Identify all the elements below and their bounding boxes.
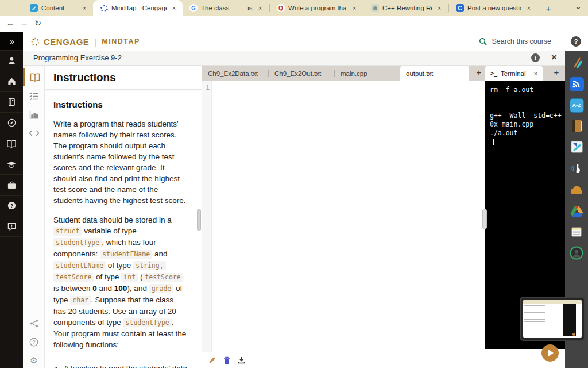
browser-tab-mindtap[interactable]: MindTap - Cengage Learnin × [93, 0, 183, 16]
search-icon [479, 37, 487, 45]
svg-text:?: ? [10, 203, 13, 209]
svg-text:?: ? [33, 339, 36, 345]
checklist-icon[interactable] [23, 86, 45, 105]
chegg-favicon-icon: C [456, 4, 464, 12]
pane-resize-handle[interactable] [482, 209, 487, 229]
screen: Content × MindTap - Cengage Learnin × G … [0, 0, 588, 368]
download-icon[interactable] [238, 356, 245, 364]
expand-rail-icon[interactable]: » [0, 32, 23, 51]
tab-close-icon[interactable]: × [350, 5, 358, 12]
tab-overflow-chevron-icon[interactable]: ⌄ [572, 0, 585, 13]
browser-tab-post-question[interactable]: C Post a new question × [449, 0, 537, 16]
terminal-prompt-icon: >_ [490, 70, 497, 76]
share-icon[interactable] [23, 314, 45, 332]
tab-ch9-ex2out[interactable]: Ch9_Ex2Out.txt [269, 66, 334, 81]
instructions-paragraph-1: Write a program that reads students' nam… [53, 118, 188, 206]
dictation-icon[interactable] [569, 161, 584, 176]
instructions-paragraph-2: Student data should be stored in a struc… [53, 214, 188, 350]
code-icon[interactable] [23, 124, 45, 142]
tab-close-icon[interactable]: × [170, 5, 178, 12]
profile-avatar-icon[interactable] [569, 246, 584, 260]
editor-gutter: 1 [202, 81, 212, 352]
help-circle-icon[interactable]: ? [23, 333, 45, 351]
cengage-star-icon [31, 37, 40, 46]
briefcase-icon[interactable] [0, 175, 23, 195]
notepad-icon[interactable] [569, 139, 584, 154]
feedback-icon[interactable] [0, 216, 23, 237]
browser-tab-google[interactable]: G The class ____ is designed × [183, 0, 269, 16]
instructions-panel-title: Instructions [45, 66, 202, 90]
new-terminal-tab-button[interactable]: + [551, 67, 562, 77]
rss-icon[interactable] [569, 76, 584, 91]
tab-close-icon[interactable]: × [80, 5, 88, 12]
new-tab-button[interactable]: + [542, 2, 555, 14]
browser-tab-quora[interactable]: Q Write a program that reads × [270, 0, 363, 16]
home-icon[interactable] [0, 71, 23, 92]
browser-tabstrip: Content × MindTap - Cengage Learnin × G … [0, 0, 588, 16]
search-course-button[interactable]: Search this course [479, 32, 551, 51]
editor-tabstrip: Ch9_Ex2Data.txt Ch9_Ex2Out.txt main.cpp … [202, 66, 485, 81]
graduation-cap-icon[interactable] [0, 154, 23, 175]
video-preview-thumbnail[interactable] [520, 297, 585, 341]
tab-terminal[interactable]: >_ Terminal × [485, 66, 543, 81]
reload-button[interactable]: ↻ [32, 18, 44, 28]
browser-toolbar: ← → ↻ ng.cengage.com/static/nb/ui/evo/in… [0, 16, 588, 32]
instructions-heading: Instructions [53, 99, 188, 109]
instructions-bullet-list: A function to read the students' data in… [64, 363, 188, 368]
terminal-cursor [490, 139, 494, 145]
instructions-scrollbar-thumb[interactable] [197, 209, 201, 231]
line-number: 1 [202, 81, 211, 91]
code-editor[interactable]: 1 [202, 81, 485, 352]
instructions-book-open-icon[interactable] [23, 68, 45, 86]
tab-close-icon[interactable]: × [525, 5, 533, 12]
brand-mindtap: MINDTAP [102, 37, 140, 45]
terminal-lines: rm -f a.outg++ -Wall -std=c++0x main.cpp… [490, 86, 565, 137]
forward-button: → [18, 18, 30, 28]
bar-chart-icon[interactable] [23, 105, 45, 124]
tab-ch9-ex2data[interactable]: Ch9_Ex2Data.txt [202, 66, 268, 81]
exercise-title-bar: Programming Exercise 9-2 i × [23, 51, 565, 66]
app-left-rail: » ? [0, 32, 23, 368]
tab-main-cpp[interactable]: main.cpp [335, 66, 400, 81]
edit-pencil-icon[interactable] [208, 356, 216, 364]
help-icon[interactable]: ? [0, 195, 23, 216]
quora-favicon-icon: Q [277, 4, 285, 12]
compose-favicon-icon [30, 4, 38, 12]
person-icon[interactable] [0, 51, 23, 71]
brand-cengage: CENGAGE [44, 37, 89, 47]
open-book-icon[interactable] [0, 133, 23, 154]
cloud-icon[interactable] [569, 182, 584, 197]
google-favicon-icon: G [189, 4, 198, 12]
tab-close-icon[interactable]: × [256, 5, 264, 12]
notes-icon[interactable] [569, 224, 584, 239]
info-icon[interactable]: i [531, 53, 540, 62]
play-button[interactable] [541, 344, 559, 362]
browser-tab-content[interactable]: Content × [23, 0, 93, 16]
play-icon [548, 350, 554, 356]
terminal-tabstrip: >_ Terminal × + [485, 66, 565, 81]
tab-output-txt[interactable]: output.txt [400, 66, 469, 81]
gear-icon[interactable]: ⚙ [23, 351, 45, 368]
close-exercise-icon[interactable]: × [551, 52, 557, 63]
back-button[interactable]: ← [5, 18, 16, 28]
chegg-study-favicon-icon [371, 4, 379, 12]
dictionary-az-icon[interactable]: A-Z [569, 98, 584, 113]
drive-icon[interactable] [569, 204, 584, 218]
cengage-mindtap-logo: CENGAGE | MINDTAP [31, 37, 140, 47]
header-help-icon[interactable]: ? [571, 36, 581, 47]
new-editor-tab-button[interactable]: + [473, 67, 485, 77]
tab-close-icon[interactable]: × [435, 5, 443, 12]
compass-icon[interactable] [0, 113, 23, 133]
exercise-title: Programming Exercise 9-2 [33, 53, 122, 62]
book-icon[interactable] [569, 118, 584, 133]
trash-icon[interactable] [223, 356, 230, 365]
editor-toolbar [202, 352, 485, 368]
notebook-icon[interactable] [0, 92, 23, 113]
instructions-panel: Instructions Instructions Write a progra… [45, 66, 202, 368]
terminal-tab-close-icon[interactable]: × [534, 70, 537, 77]
browser-tab-chegg-rewriting[interactable]: C++ Rewriting Requested × [364, 0, 448, 16]
tool-sidebar: ? ⚙ [23, 66, 45, 368]
highlighter-pencil-icon[interactable] [569, 55, 584, 70]
instructions-content[interactable]: Instructions Write a program that reads … [45, 90, 202, 368]
mindtap-header: CENGAGE | MINDTAP Search this course ? [23, 32, 588, 51]
